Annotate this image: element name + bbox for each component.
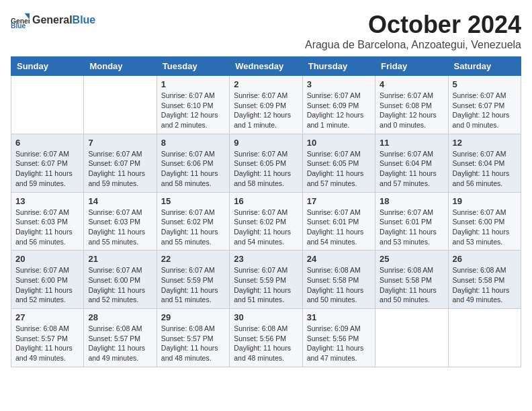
calendar-cell: 26Sunrise: 6:08 AM Sunset: 5:58 PM Dayli… — [448, 250, 521, 309]
svg-text:Blue: Blue — [11, 22, 26, 30]
calendar-cell: 10Sunrise: 6:07 AM Sunset: 6:05 PM Dayli… — [302, 134, 375, 192]
cell-info: Sunrise: 6:07 AM Sunset: 6:07 PM Dayligh… — [15, 149, 79, 189]
day-number: 19 — [453, 196, 517, 206]
calendar-cell: 7Sunrise: 6:07 AM Sunset: 6:07 PM Daylig… — [84, 134, 157, 192]
day-number: 12 — [453, 138, 517, 148]
calendar-cell: 29Sunrise: 6:08 AM Sunset: 5:57 PM Dayli… — [157, 309, 229, 367]
cell-info: Sunrise: 6:08 AM Sunset: 5:57 PM Dayligh… — [88, 324, 152, 363]
calendar-cell: 23Sunrise: 6:07 AM Sunset: 5:59 PM Dayli… — [230, 250, 302, 309]
calendar-cell — [84, 76, 157, 134]
cell-info: Sunrise: 6:07 AM Sunset: 6:02 PM Dayligh… — [234, 208, 298, 247]
day-number: 4 — [380, 79, 443, 89]
calendar-cell: 28Sunrise: 6:08 AM Sunset: 5:57 PM Dayli… — [84, 309, 157, 367]
day-header-friday: Friday — [375, 57, 448, 76]
day-number: 13 — [15, 196, 79, 206]
cell-info: Sunrise: 6:07 AM Sunset: 5:59 PM Dayligh… — [234, 265, 298, 305]
day-header-tuesday: Tuesday — [157, 57, 229, 76]
day-number: 23 — [234, 254, 298, 264]
logo-blue-text: Blue — [73, 14, 96, 26]
day-number: 6 — [15, 138, 79, 148]
calendar-cell: 1Sunrise: 6:07 AM Sunset: 6:10 PM Daylig… — [157, 76, 229, 134]
calendar-cell: 11Sunrise: 6:07 AM Sunset: 6:04 PM Dayli… — [375, 134, 448, 192]
week-row-4: 20Sunrise: 6:07 AM Sunset: 6:00 PM Dayli… — [11, 250, 521, 309]
calendar-cell: 14Sunrise: 6:07 AM Sunset: 6:03 PM Dayli… — [84, 192, 157, 250]
calendar-cell: 27Sunrise: 6:08 AM Sunset: 5:57 PM Dayli… — [11, 309, 84, 367]
cell-info: Sunrise: 6:07 AM Sunset: 6:03 PM Dayligh… — [15, 208, 79, 247]
calendar-cell: 2Sunrise: 6:07 AM Sunset: 6:09 PM Daylig… — [230, 76, 302, 134]
cell-info: Sunrise: 6:07 AM Sunset: 6:01 PM Dayligh… — [380, 208, 443, 247]
calendar-cell: 31Sunrise: 6:09 AM Sunset: 5:56 PM Dayli… — [302, 309, 375, 367]
week-row-3: 13Sunrise: 6:07 AM Sunset: 6:03 PM Dayli… — [11, 192, 521, 250]
day-number: 5 — [453, 79, 517, 89]
header: General Blue General Blue October 2024 A… — [11, 11, 521, 51]
calendar-cell: 12Sunrise: 6:07 AM Sunset: 6:04 PM Dayli… — [448, 134, 521, 192]
cell-info: Sunrise: 6:07 AM Sunset: 6:00 PM Dayligh… — [15, 265, 79, 305]
cell-info: Sunrise: 6:07 AM Sunset: 6:07 PM Dayligh… — [88, 149, 152, 189]
day-number: 17 — [307, 196, 371, 206]
day-number: 21 — [88, 254, 152, 264]
day-header-monday: Monday — [84, 57, 157, 76]
calendar-cell: 19Sunrise: 6:07 AM Sunset: 6:00 PM Dayli… — [448, 192, 521, 250]
calendar-cell: 9Sunrise: 6:07 AM Sunset: 6:05 PM Daylig… — [230, 134, 302, 192]
cell-info: Sunrise: 6:07 AM Sunset: 6:05 PM Dayligh… — [234, 149, 298, 189]
calendar-cell: 20Sunrise: 6:07 AM Sunset: 6:00 PM Dayli… — [11, 250, 84, 309]
cell-info: Sunrise: 6:08 AM Sunset: 5:58 PM Dayligh… — [453, 265, 517, 305]
day-number: 1 — [161, 79, 225, 89]
cell-info: Sunrise: 6:07 AM Sunset: 6:00 PM Dayligh… — [453, 208, 517, 247]
cell-info: Sunrise: 6:07 AM Sunset: 6:02 PM Dayligh… — [161, 208, 225, 247]
day-header-saturday: Saturday — [448, 57, 521, 76]
day-number: 16 — [234, 196, 298, 206]
calendar-cell: 4Sunrise: 6:07 AM Sunset: 6:08 PM Daylig… — [375, 76, 448, 134]
cell-info: Sunrise: 6:07 AM Sunset: 6:04 PM Dayligh… — [453, 149, 517, 189]
day-number: 24 — [307, 254, 371, 264]
calendar-cell: 3Sunrise: 6:07 AM Sunset: 6:09 PM Daylig… — [302, 76, 375, 134]
month-title: October 2024 — [305, 11, 521, 39]
week-row-5: 27Sunrise: 6:08 AM Sunset: 5:57 PM Dayli… — [11, 309, 521, 367]
cell-info: Sunrise: 6:08 AM Sunset: 5:56 PM Dayligh… — [234, 324, 298, 363]
calendar-cell: 8Sunrise: 6:07 AM Sunset: 6:06 PM Daylig… — [157, 134, 229, 192]
day-header-thursday: Thursday — [302, 57, 375, 76]
day-number: 25 — [380, 254, 443, 264]
calendar-cell: 25Sunrise: 6:08 AM Sunset: 5:58 PM Dayli… — [375, 250, 448, 309]
day-number: 28 — [88, 312, 152, 322]
day-number: 26 — [453, 254, 517, 264]
day-number: 3 — [307, 79, 371, 89]
cell-info: Sunrise: 6:08 AM Sunset: 5:58 PM Dayligh… — [307, 265, 371, 305]
day-number: 7 — [88, 138, 152, 148]
logo-general-text: General — [32, 14, 73, 26]
calendar-cell: 13Sunrise: 6:07 AM Sunset: 6:03 PM Dayli… — [11, 192, 84, 250]
cell-info: Sunrise: 6:08 AM Sunset: 5:57 PM Dayligh… — [15, 324, 79, 363]
calendar-cell — [375, 309, 448, 367]
day-number: 30 — [234, 312, 298, 322]
day-number: 11 — [380, 138, 443, 148]
day-number: 15 — [161, 196, 225, 206]
day-number: 29 — [161, 312, 225, 322]
calendar-cell — [11, 76, 84, 134]
logo: General Blue General Blue — [11, 11, 95, 30]
cell-info: Sunrise: 6:07 AM Sunset: 6:06 PM Dayligh… — [161, 149, 225, 189]
calendar-cell: 21Sunrise: 6:07 AM Sunset: 6:00 PM Dayli… — [84, 250, 157, 309]
day-header-sunday: Sunday — [11, 57, 84, 76]
cell-info: Sunrise: 6:07 AM Sunset: 6:09 PM Dayligh… — [234, 91, 298, 130]
title-area: October 2024 Aragua de Barcelona, Anzoat… — [305, 11, 521, 51]
cell-info: Sunrise: 6:07 AM Sunset: 6:10 PM Dayligh… — [161, 91, 225, 130]
day-number: 18 — [380, 196, 443, 206]
calendar-cell — [448, 309, 521, 367]
cell-info: Sunrise: 6:07 AM Sunset: 6:08 PM Dayligh… — [380, 91, 443, 130]
cell-info: Sunrise: 6:09 AM Sunset: 5:56 PM Dayligh… — [307, 324, 371, 363]
cell-info: Sunrise: 6:07 AM Sunset: 5:59 PM Dayligh… — [161, 265, 225, 305]
day-number: 20 — [15, 254, 79, 264]
day-number: 9 — [234, 138, 298, 148]
day-number: 27 — [15, 312, 79, 322]
calendar-cell: 16Sunrise: 6:07 AM Sunset: 6:02 PM Dayli… — [230, 192, 302, 250]
cell-info: Sunrise: 6:07 AM Sunset: 6:09 PM Dayligh… — [307, 91, 371, 130]
calendar-table: SundayMondayTuesdayWednesdayThursdayFrid… — [11, 56, 521, 367]
days-of-week-row: SundayMondayTuesdayWednesdayThursdayFrid… — [11, 57, 521, 76]
calendar-cell: 24Sunrise: 6:08 AM Sunset: 5:58 PM Dayli… — [302, 250, 375, 309]
cell-info: Sunrise: 6:08 AM Sunset: 5:58 PM Dayligh… — [380, 265, 443, 305]
cell-info: Sunrise: 6:07 AM Sunset: 6:05 PM Dayligh… — [307, 149, 371, 189]
calendar-cell: 5Sunrise: 6:07 AM Sunset: 6:07 PM Daylig… — [448, 76, 521, 134]
calendar-cell: 6Sunrise: 6:07 AM Sunset: 6:07 PM Daylig… — [11, 134, 84, 192]
week-row-1: 1Sunrise: 6:07 AM Sunset: 6:10 PM Daylig… — [11, 76, 521, 134]
location-title: Aragua de Barcelona, Anzoategui, Venezue… — [305, 39, 521, 51]
